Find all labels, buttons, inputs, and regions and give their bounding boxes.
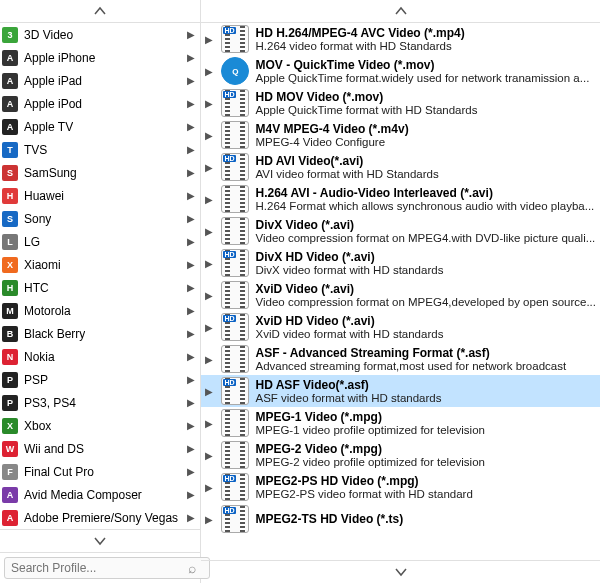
format-title: HD AVI Video(*.avi) <box>255 154 596 168</box>
sidebar-item-tvs[interactable]: TTVS▶ <box>0 138 200 161</box>
disclosure-triangle-icon: ▶ <box>205 130 215 141</box>
sidebar-item-label: Xbox <box>24 419 51 433</box>
video-format-icon: HD <box>221 505 249 533</box>
sidebar-item-3d[interactable]: 33D Video▶ <box>0 23 200 46</box>
chevron-right-icon: ▶ <box>186 328 196 339</box>
adobe-icon: A <box>2 510 18 526</box>
sidebar-item-avid[interactable]: AAvid Media Composer▶ <box>0 483 200 506</box>
disclosure-triangle-icon: ▶ <box>205 290 215 301</box>
left-scroll-down[interactable] <box>0 529 200 552</box>
format-item[interactable]: ▶HDHD ASF Video(*.asf)ASF video format w… <box>201 375 600 407</box>
sidebar-item-bb[interactable]: BBlack Berry▶ <box>0 322 200 345</box>
format-title: MPEG2-TS HD Video (*.ts) <box>255 512 596 526</box>
format-item[interactable]: ▶HDHD H.264/MPEG-4 AVC Video (*.mp4)H.26… <box>201 23 600 55</box>
format-title: XviD Video (*.avi) <box>255 282 596 296</box>
avid-icon: A <box>2 487 18 503</box>
right-scroll-up[interactable] <box>201 0 600 23</box>
sidebar-item-htc[interactable]: HHTC▶ <box>0 276 200 299</box>
sidebar-item-label: Avid Media Composer <box>24 488 142 502</box>
format-item[interactable]: ▶M4V MPEG-4 Video (*.m4v)MPEG-4 Video Co… <box>201 119 600 151</box>
chevron-right-icon: ▶ <box>186 190 196 201</box>
disclosure-triangle-icon: ▶ <box>205 418 215 429</box>
format-item[interactable]: ▶QMOV - QuickTime Video (*.mov)Apple Qui… <box>201 55 600 87</box>
sidebar-item-phone[interactable]: AApple iPhone▶ <box>0 46 200 69</box>
sidebar-item-label: Nokia <box>24 350 55 364</box>
sidebar-item-label: 3D Video <box>24 28 73 42</box>
sidebar-item-mi[interactable]: XXiaomi▶ <box>0 253 200 276</box>
disclosure-triangle-icon: ▶ <box>205 514 215 525</box>
wii-icon: W <box>2 441 18 457</box>
sidebar-item-nokia[interactable]: NNokia▶ <box>0 345 200 368</box>
moto-icon: M <box>2 303 18 319</box>
format-item[interactable]: ▶XviD Video (*.avi)Video compression for… <box>201 279 600 311</box>
format-desc: MPEG2-PS video format with HD standard <box>255 488 596 500</box>
chevron-right-icon: ▶ <box>186 351 196 362</box>
sidebar-item-ipod[interactable]: AApple iPod▶ <box>0 92 200 115</box>
3d-icon: 3 <box>2 27 18 43</box>
format-desc: MPEG-1 video profile optimized for telev… <box>255 424 596 436</box>
format-item[interactable]: ▶MPEG-2 Video (*.mpg)MPEG-2 video profil… <box>201 439 600 471</box>
tablet-icon: A <box>2 73 18 89</box>
disclosure-triangle-icon: ▶ <box>205 66 215 77</box>
format-desc: MPEG-4 Video Configure <box>255 136 596 148</box>
video-format-icon <box>221 281 249 309</box>
sidebar-item-psp[interactable]: PPSP▶ <box>0 368 200 391</box>
disclosure-triangle-icon: ▶ <box>205 258 215 269</box>
format-title: HD H.264/MPEG-4 AVC Video (*.mp4) <box>255 26 596 40</box>
sidebar-item-moto[interactable]: MMotorola▶ <box>0 299 200 322</box>
mi-icon: X <box>2 257 18 273</box>
format-item[interactable]: ▶ASF - Advanced Streaming Format (*.asf)… <box>201 343 600 375</box>
format-title: DivX HD Video (*.avi) <box>255 250 596 264</box>
format-item[interactable]: ▶HDMPEG2-TS HD Video (*.ts) <box>201 503 600 535</box>
format-item[interactable]: ▶DivX Video (*.avi)Video compression for… <box>201 215 600 247</box>
sidebar-item-tablet[interactable]: AApple iPad▶ <box>0 69 200 92</box>
sidebar-item-ps[interactable]: PPS3, PS4▶ <box>0 391 200 414</box>
sidebar-item-xbox[interactable]: XXbox▶ <box>0 414 200 437</box>
sidebar-item-label: SamSung <box>24 166 77 180</box>
chevron-right-icon: ▶ <box>186 305 196 316</box>
disclosure-triangle-icon: ▶ <box>205 354 215 365</box>
format-title: M4V MPEG-4 Video (*.m4v) <box>255 122 596 136</box>
format-item[interactable]: ▶HDMPEG2-PS HD Video (*.mpg)MPEG2-PS vid… <box>201 471 600 503</box>
video-format-icon <box>221 409 249 437</box>
disclosure-triangle-icon: ▶ <box>205 98 215 109</box>
format-title: H.264 AVI - Audio-Video Interleaved (*.a… <box>255 186 596 200</box>
chevron-right-icon: ▶ <box>186 213 196 224</box>
format-item[interactable]: ▶HDHD MOV Video (*.mov)Apple QuickTime f… <box>201 87 600 119</box>
sidebar-item-huawei[interactable]: HHuawei▶ <box>0 184 200 207</box>
sidebar-item-label: Apple iPod <box>24 97 82 111</box>
format-item[interactable]: ▶HDDivX HD Video (*.avi)DivX video forma… <box>201 247 600 279</box>
disclosure-triangle-icon: ▶ <box>205 162 215 173</box>
format-desc: Apple QuickTime format.widely used for n… <box>255 72 596 84</box>
chevron-right-icon: ▶ <box>186 236 196 247</box>
sidebar-item-samsung[interactable]: SSamSung▶ <box>0 161 200 184</box>
format-item[interactable]: ▶HDHD AVI Video(*.avi)AVI video format w… <box>201 151 600 183</box>
format-title: MOV - QuickTime Video (*.mov) <box>255 58 596 72</box>
search-input[interactable] <box>4 557 210 579</box>
psp-icon: P <box>2 372 18 388</box>
sidebar-item-adobe[interactable]: AAdobe Premiere/Sony Vegas▶ <box>0 506 200 529</box>
left-scroll-up[interactable] <box>0 0 200 23</box>
video-format-icon <box>221 185 249 213</box>
sidebar-item-tv[interactable]: AApple TV▶ <box>0 115 200 138</box>
sony-icon: S <box>2 211 18 227</box>
format-desc: Video compression format on MPEG4,develo… <box>255 296 596 308</box>
sidebar-item-label: HTC <box>24 281 49 295</box>
sidebar-item-lg[interactable]: LLG▶ <box>0 230 200 253</box>
sidebar-item-label: Apple TV <box>24 120 73 134</box>
format-item[interactable]: ▶MPEG-1 Video (*.mpg)MPEG-1 video profil… <box>201 407 600 439</box>
format-list: ▶HDHD H.264/MPEG-4 AVC Video (*.mp4)H.26… <box>201 23 600 560</box>
chevron-right-icon: ▶ <box>186 374 196 385</box>
format-title: HD MOV Video (*.mov) <box>255 90 596 104</box>
sidebar-item-fcp[interactable]: FFinal Cut Pro▶ <box>0 460 200 483</box>
format-item[interactable]: ▶H.264 AVI - Audio-Video Interleaved (*.… <box>201 183 600 215</box>
format-title: MPEG2-PS HD Video (*.mpg) <box>255 474 596 488</box>
chevron-down-icon <box>93 534 107 548</box>
format-title: DivX Video (*.avi) <box>255 218 596 232</box>
right-scroll-down[interactable] <box>201 560 600 583</box>
format-item[interactable]: ▶HDXviD HD Video (*.avi)XviD video forma… <box>201 311 600 343</box>
sidebar-item-sony[interactable]: SSony▶ <box>0 207 200 230</box>
format-title: MPEG-1 Video (*.mpg) <box>255 410 596 424</box>
sidebar-item-wii[interactable]: WWii and DS▶ <box>0 437 200 460</box>
disclosure-triangle-icon: ▶ <box>205 194 215 205</box>
